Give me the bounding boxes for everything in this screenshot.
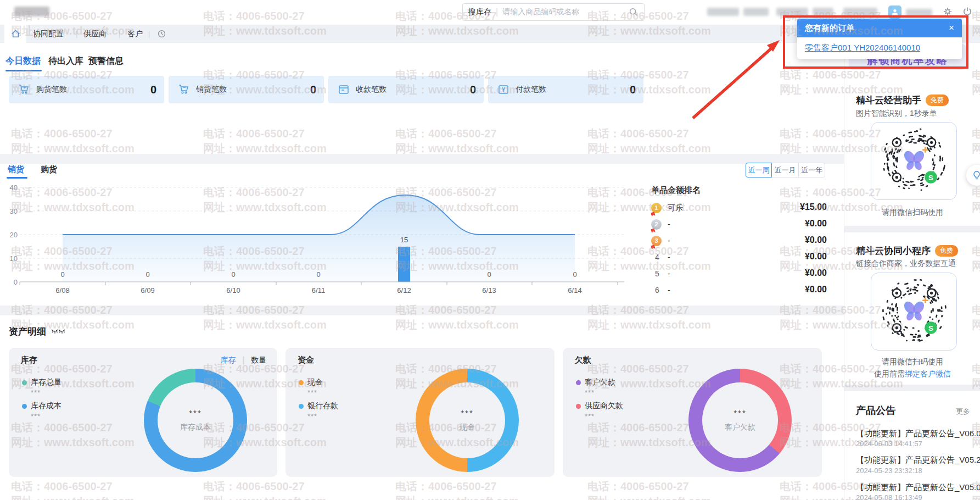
ranking-row: 4 - ¥0.00 [651,252,827,265]
donut-center-value: *** [189,408,202,418]
order-link[interactable]: 零售客户001 YH202406140010 [805,43,920,53]
announcement-item[interactable]: 【功能更新】产品更新公告_V05.23 [856,455,980,465]
ranking-rank-number: 5 [652,269,662,278]
toggle-quantity[interactable]: 数量 [251,355,266,364]
power-icon[interactable] [962,6,973,19]
bind-customer-wechat-link[interactable]: 绑定客户微信 [905,369,951,378]
watermark-text: 网址：www.tdxsoft.com [395,494,519,500]
point-label: 0 [467,270,511,279]
tab-alert-info[interactable]: 预警信息 [88,55,124,67]
legend-label: 银行存款 [307,401,338,411]
bind-customer-note: 使用前需绑定客户微信 [844,369,980,379]
chart-tab-sales[interactable]: 销货 [8,164,24,175]
more-link[interactable]: 更多 [956,407,970,416]
new-order-notification: 您有新的订单 × 零售客户001 YH202406140010 [797,19,962,59]
nav-item-supplier[interactable]: 供应商 [83,25,107,43]
toggle-amount[interactable]: 库存 [221,355,236,364]
history-clock-icon[interactable] [157,29,166,41]
mini-desc: 链接合作商家，业务数据互通 [856,259,956,269]
home-tab[interactable] [4,25,26,43]
search-input[interactable]: 搜库存 | 请输入商品编码或名称 [462,3,645,21]
point-label: 0 [211,270,255,279]
bronze-medal-icon: 3 [651,236,662,246]
inventory-toggle: 库存 | 数量 [221,355,266,365]
x-axis-label: 6/14 [553,286,597,295]
stat-card-sales-count: 销货笔数 0 [169,76,324,103]
tab-pending-inout[interactable]: 待出入库 [48,55,83,67]
topbar-menu-blurred[interactable] [776,8,808,16]
helper-qr-code: S [881,126,948,196]
gear-icon[interactable] [942,6,953,19]
ranking-row: 1 可乐 ¥15.00 [651,202,827,215]
point-label-peak: 15 [382,236,426,244]
legend-dot-purple [576,380,581,385]
debts-donut-chart: *** 客户欠款 [688,369,792,472]
x-axis-label: 6/09 [126,286,170,295]
legend-value: *** [585,388,595,397]
watermark-text: 电话：4006-6500-27 [587,126,689,141]
mini-title-text: 精斗云协同小程序 [856,245,931,257]
legend-label: 供应商欠款 [585,401,623,411]
ranking-row: 5 - ¥0.00 [651,268,827,281]
toggle-divider: | [242,355,244,364]
stat-value: 0 [630,84,636,96]
range-button-month[interactable]: 近一月 [771,163,799,177]
search-icon[interactable] [629,7,639,17]
stat-label: 购货笔数 [36,85,67,95]
topbar-menu-blurred[interactable] [743,8,769,16]
announcement-item[interactable]: 【功能更新】产品更新公告_V06.03 [856,429,980,439]
asset-card-inventory: 库存 库存 | 数量 库存总量 *** 库存成本 *** *** 库存成本 [9,348,277,477]
svg-text:S: S [928,174,933,182]
range-button-week[interactable]: 近一周 [746,163,772,177]
nav-item-customer[interactable]: 客户 [127,25,143,43]
eye-closed-icon[interactable] [51,328,65,335]
ranking-item-value: ¥0.00 [805,235,827,245]
tab-today-data[interactable]: 今日数据 [5,55,41,67]
ranking-item-name: - [668,253,670,262]
username-blurred [906,9,932,16]
stat-label: 销货笔数 [196,85,227,95]
topbar-menu-blurred[interactable] [707,8,739,16]
user-avatar[interactable] [888,5,901,19]
topbar-menu-blurred[interactable] [843,8,877,16]
funds-donut-chart: *** 现金 [416,369,519,472]
range-button-year[interactable]: 近一年 [798,163,825,177]
topbar-menu-blurred[interactable] [813,8,833,16]
announcement-time: 2024-05-23 23:32:18 [856,466,922,475]
donut-center-label: *** 库存成本 [158,382,233,458]
watermark-text: 电话：4006-6500-27 [395,479,497,494]
stat-card-receipt-count: 收款笔数 0 [328,76,484,103]
nav-separator: | [119,25,120,43]
close-icon[interactable]: × [949,23,954,34]
stat-card-payment-count: ¥ 付款笔数 0 [488,76,643,103]
y-axis-tick: 0 [3,278,18,286]
announcement-time: 2024-06-03 14:41:57 [856,440,922,448]
sidebar-divider [844,226,980,232]
y-axis-tick: 30 [3,207,18,215]
legend-label: 现金 [307,377,323,387]
receipt-card-icon [337,83,350,96]
assets-title: 资产明细 [9,325,46,338]
sidebar-divider [844,385,980,391]
helper-title-text: 精斗云经营助手 [856,94,921,107]
cart-minus-icon [177,83,191,96]
ranking-title: 单品金额排名 [651,185,701,196]
watermark-text: 网址：www.tdxsoft.com [395,318,519,332]
notification-title: 您有新的订单 [805,23,854,34]
ranking-rank-number: 4 [652,253,662,262]
announcement-item[interactable]: 【功能更新】产品更新公告_V05.08 [856,482,980,493]
qr-scan-hint: 请用微信扫码使用 [844,357,980,367]
legend-label: 库存总量 [31,377,61,387]
ranking-item-value: ¥0.00 [805,268,827,278]
nav-item-collab-config[interactable]: 协同配置 [33,25,64,43]
announcement-time: 2024-05-08 16:13:49 [856,493,922,500]
annotation-arrow [681,32,791,125]
ranking-item-name: - [668,286,670,295]
bar-6-12[interactable] [398,247,410,282]
chart-tab-purchase[interactable]: 购货 [41,164,57,175]
stat-value: 0 [470,84,476,96]
ranking-item-name: - [668,220,670,229]
watermark-text: 电话：4006-6500-27 [11,479,113,494]
donut-center-caption: 库存成本 [180,423,211,432]
helper-qr-frame: S [871,122,957,200]
